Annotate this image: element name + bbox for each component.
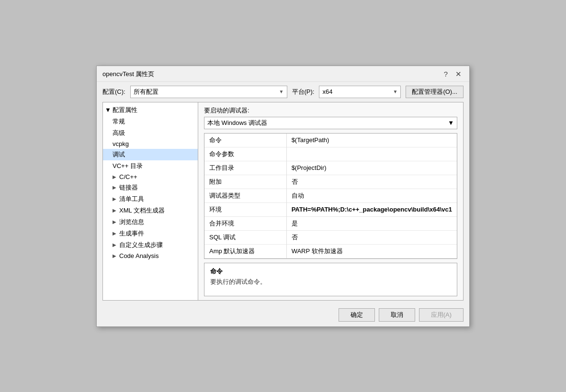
prop-key: Amp 默认加速器	[204, 244, 286, 258]
right-panel: 要启动的调试器: 本地 Windows 调试器 ▼ 命令$(TargetPath…	[198, 102, 464, 301]
table-row[interactable]: 命令$(TargetPath)	[204, 134, 457, 147]
prop-value: 自动	[286, 189, 457, 202]
debugger-select-row: 本地 Windows 调试器 ▼	[198, 117, 463, 133]
manifest-label: 清单工具	[119, 195, 144, 203]
prop-key: 命令参数	[204, 147, 286, 161]
prop-value: 否	[286, 175, 457, 189]
prop-value: $(TargetPath)	[286, 134, 457, 147]
config-arrow-icon: ▼	[279, 89, 284, 94]
table-row[interactable]: 工作目录$(ProjectDir)	[204, 161, 457, 175]
prop-key: 环境	[204, 202, 286, 216]
table-row[interactable]: 调试器类型自动	[204, 189, 457, 202]
prop-value: WARP 软件加速器	[286, 244, 457, 258]
platform-arrow-icon: ▼	[393, 89, 397, 94]
prop-key: 命令	[204, 134, 286, 147]
table-row[interactable]: SQL 调试否	[204, 230, 457, 244]
prop-key: 工作目录	[204, 161, 286, 175]
config-dropdown[interactable]: 所有配置 ▼	[130, 86, 287, 98]
sidebar-item-linker[interactable]: ▶ 链接器	[103, 182, 198, 193]
desc-text: 要执行的调试命令。	[210, 278, 451, 286]
prop-value: 否	[286, 230, 457, 244]
table-row[interactable]: 合并环境是	[204, 216, 457, 230]
sidebar-item-manifest[interactable]: ▶ 清单工具	[103, 193, 198, 205]
sidebar-item-debug[interactable]: 调试	[103, 149, 198, 160]
manifest-arrow-icon: ▶	[113, 196, 117, 202]
title-bar-buttons: ? ✕	[442, 70, 464, 78]
codeanalysis-label: Code Analysis	[119, 252, 158, 259]
vcpkg-label: vcpkg	[113, 140, 129, 147]
main-content: ▼ 配置属性 常规 高级 vcpkg 调试 VC++ 目录 ▶ C/C++	[102, 102, 464, 301]
config-manager-button[interactable]: 配置管理器(O)...	[406, 86, 464, 98]
buildevents-label: 生成事件	[119, 229, 144, 238]
tree-root-label: ▼ 配置属性	[105, 106, 137, 114]
table-row[interactable]: Amp 默认加速器WARP 软件加速器	[204, 244, 457, 258]
debugger-section-label: 要启动的调试器:	[198, 102, 463, 117]
debug-label: 调试	[113, 150, 125, 159]
debugger-value: 本地 Windows 调试器	[207, 119, 267, 127]
browse-label: 浏览信息	[119, 218, 144, 226]
prop-value: PATH=%PATH%;D:\c++_package\opencv\build\…	[286, 202, 457, 216]
cpp-label: C/C++	[119, 173, 137, 180]
table-row[interactable]: 附加否	[204, 175, 457, 189]
prop-value	[286, 147, 457, 161]
dialog: opencvTest 属性页 ? ✕ 配置(C): 所有配置 ▼ 平台(P): …	[96, 66, 470, 327]
codeanalysis-arrow-icon: ▶	[113, 253, 117, 258]
dialog-title: opencvTest 属性页	[102, 70, 154, 78]
sidebar-item-general[interactable]: 常规	[103, 116, 198, 127]
browse-arrow-icon: ▶	[113, 219, 117, 224]
table-row[interactable]: 环境PATH=%PATH%;D:\c++_package\opencv\buil…	[204, 202, 457, 216]
sidebar-item-advanced[interactable]: 高级	[103, 127, 198, 139]
ok-button[interactable]: 确定	[339, 308, 375, 322]
cancel-button[interactable]: 取消	[379, 308, 415, 322]
general-label: 常规	[113, 117, 125, 126]
custombuild-arrow-icon: ▶	[113, 242, 117, 247]
linker-label: 链接器	[119, 183, 138, 192]
linker-arrow-icon: ▶	[113, 185, 117, 190]
sidebar-item-custombuild[interactable]: ▶ 自定义生成步骤	[103, 239, 198, 251]
prop-key: 合并环境	[204, 216, 286, 230]
tree-panel: ▼ 配置属性 常规 高级 vcpkg 调试 VC++ 目录 ▶ C/C++	[102, 102, 198, 301]
properties-container: 命令$(TargetPath)命令参数工作目录$(ProjectDir)附加否调…	[204, 133, 457, 259]
sidebar-item-xmlgen[interactable]: ▶ XML 文档生成器	[103, 205, 198, 216]
prop-key: SQL 调试	[204, 230, 286, 244]
buildevents-arrow-icon: ▶	[113, 231, 117, 236]
xmlgen-arrow-icon: ▶	[113, 208, 117, 213]
help-button[interactable]: ?	[442, 70, 450, 78]
prop-key: 附加	[204, 175, 286, 189]
properties-table: 命令$(TargetPath)命令参数工作目录$(ProjectDir)附加否调…	[204, 134, 457, 258]
platform-value: x64	[322, 88, 332, 95]
sidebar-item-vcpkg[interactable]: vcpkg	[103, 139, 198, 149]
prop-value: $(ProjectDir)	[286, 161, 457, 175]
sidebar-item-vcpp[interactable]: VC++ 目录	[103, 160, 198, 172]
sidebar-item-browse[interactable]: ▶ 浏览信息	[103, 216, 198, 228]
vcpp-label: VC++ 目录	[113, 162, 143, 170]
title-bar: opencvTest 属性页 ? ✕	[97, 66, 469, 82]
advanced-label: 高级	[113, 129, 125, 137]
description-box: 命令 要执行的调试命令。	[204, 263, 457, 296]
config-label: 配置(C):	[102, 88, 125, 96]
sidebar-item-buildevents[interactable]: ▶ 生成事件	[103, 228, 198, 239]
config-value: 所有配置	[134, 88, 158, 96]
sidebar-item-cpp[interactable]: ▶ C/C++	[103, 172, 198, 182]
desc-title: 命令	[210, 267, 451, 276]
sidebar-item-codeanalysis[interactable]: ▶ Code Analysis	[103, 251, 198, 261]
platform-label: 平台(P):	[292, 88, 315, 96]
prop-value: 是	[286, 216, 457, 230]
debugger-dropdown[interactable]: 本地 Windows 调试器 ▼	[204, 117, 457, 129]
cpp-arrow-icon: ▶	[113, 174, 117, 179]
prop-key: 调试器类型	[204, 189, 286, 202]
xmlgen-label: XML 文档生成器	[119, 206, 165, 215]
apply-button[interactable]: 应用(A)	[419, 308, 464, 322]
custombuild-label: 自定义生成步骤	[119, 241, 163, 249]
platform-dropdown[interactable]: x64 ▼	[319, 86, 401, 98]
debugger-arrow-icon: ▼	[448, 119, 454, 126]
close-button[interactable]: ✕	[453, 70, 464, 78]
footer: 确定 取消 应用(A)	[97, 304, 469, 326]
table-row[interactable]: 命令参数	[204, 147, 457, 161]
config-row: 配置(C): 所有配置 ▼ 平台(P): x64 ▼ 配置管理器(O)...	[97, 82, 469, 102]
tree-root[interactable]: ▼ 配置属性	[103, 104, 198, 116]
